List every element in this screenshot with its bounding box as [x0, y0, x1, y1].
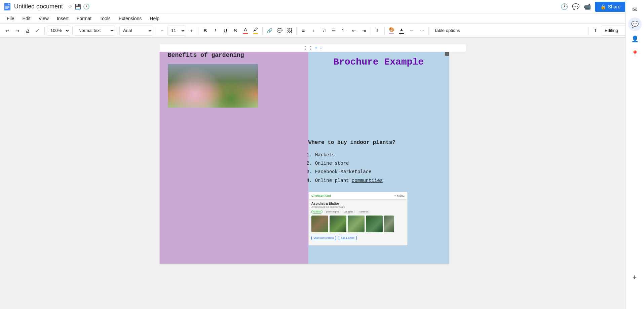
plant-tabs: All time Leaf shapes All types Numerics [311, 210, 405, 214]
underlined-word: communtiies [352, 178, 383, 183]
right-table-cell[interactable]: Brochure Example Where to buy indoor pla… [308, 52, 449, 264]
link-button[interactable]: 🔗 [265, 26, 274, 35]
svg-rect-1 [4, 3, 10, 10]
spellcheck-button[interactable]: ✓ [33, 26, 42, 35]
border-width-button[interactable]: ─ [407, 26, 416, 35]
list-item: Online store [315, 159, 449, 168]
numbered-list-button[interactable]: 1. [339, 26, 348, 35]
save-icon[interactable]: 💾 [74, 3, 81, 10]
sidebar-mail-icon[interactable]: ✉ [628, 3, 642, 16]
svg-rect-3 [5, 7, 9, 8]
align-handle[interactable]: ≡ [315, 46, 317, 50]
plant-name: Aspidistra Elatior [311, 202, 405, 205]
divider-6 [262, 27, 263, 35]
text-ruler-button[interactable]: T [591, 26, 600, 35]
add-col-handle[interactable]: + [320, 46, 322, 50]
document-page: Benefits of gardening Brochure Example [160, 52, 449, 264]
comment-button[interactable]: 💬 [275, 26, 284, 35]
font-select[interactable]: Arial Times New Roman Courier New [119, 26, 153, 36]
svg-rect-4 [5, 8, 8, 9]
left-table-cell[interactable]: Benefits of gardening [168, 52, 308, 264]
border-dash-button[interactable]: - - [417, 26, 426, 35]
zoom-select[interactable]: 100% 75% 150% [47, 26, 70, 36]
right-sidebar: ✉ 💬 👤 📍 + [625, 0, 644, 309]
sidebar-location-icon[interactable]: 📍 [628, 47, 642, 61]
brochure-table: Benefits of gardening Brochure Example [168, 52, 449, 264]
text-color-button[interactable]: A [241, 26, 250, 35]
garden-image-inner [168, 64, 258, 108]
highlight-color-button[interactable]: 🖍 [251, 26, 260, 35]
chat-icon[interactable]: 💬 [572, 3, 579, 10]
plant-subtitle: Ambrosiack ca cast for stars [311, 205, 405, 208]
title-bar-left: Untitled document ☆ 💾 🕐 [3, 3, 90, 11]
table-options-button[interactable]: Table options [431, 27, 463, 34]
menu-tools[interactable]: Tools [96, 14, 114, 23]
fill-color-button[interactable]: 🎨 [387, 26, 396, 35]
meet-icon[interactable]: 📹 [583, 3, 591, 10]
where-to-buy-title: Where to buy indoor plants? [308, 140, 449, 146]
menu-format[interactable]: Format [73, 14, 95, 23]
benefits-title: Benefits of gardening [168, 52, 308, 59]
svg-rect-2 [5, 6, 9, 7]
plant-tab-3: Numerics [357, 210, 370, 214]
share-button[interactable]: 🔒 ✉ Share [595, 2, 626, 12]
divider-4 [155, 27, 155, 35]
line-spacing-button[interactable]: ↕ [309, 26, 318, 35]
list-item: Online plant communtiies [315, 177, 449, 185]
underline-button[interactable]: U [221, 26, 230, 35]
redo-button[interactable]: ↪ [13, 26, 22, 35]
bold-button[interactable]: B [200, 26, 210, 35]
italic-button[interactable]: I [211, 26, 220, 35]
divider-10 [428, 27, 429, 35]
move-handle[interactable]: ⋮⋮ [303, 45, 313, 51]
divider-3 [117, 27, 117, 35]
plant-thumb-1 [311, 216, 328, 232]
lock-icon: 🔒 [600, 4, 606, 9]
style-select[interactable]: Normal text Heading 1 Heading 2 [75, 26, 115, 36]
divider-9 [384, 27, 385, 35]
fill-color-indicator [389, 33, 394, 34]
plant-menu-icon: ≡ Menu [394, 194, 404, 197]
document-area: ⋮⋮ ≡ + Benefits of gardening [0, 38, 625, 309]
sidebar-chat-icon[interactable]: 💬 [628, 17, 642, 31]
font-size-select[interactable]: 11 12 14 [167, 26, 186, 36]
border-color-button[interactable]: ▲ [397, 26, 406, 35]
highlight-indicator [253, 33, 258, 34]
menu-extensions[interactable]: Extensions [115, 14, 145, 23]
divider-7 [296, 27, 297, 35]
title-icons: ☆ 💾 🕐 [68, 3, 90, 10]
align-button[interactable]: ≡ [299, 26, 308, 35]
clock-icon[interactable]: 🕐 [561, 3, 568, 10]
menu-edit[interactable]: Edit [19, 14, 34, 23]
plant-tab-0: All time [311, 210, 323, 214]
star-icon[interactable]: ☆ [68, 3, 72, 10]
plant-care-btn[interactable]: Show care process [311, 236, 336, 240]
increase-indent-button[interactable]: ⇥ [359, 26, 369, 35]
image-button[interactable]: 🖼 [285, 26, 294, 35]
print-button[interactable]: 🖨 [23, 26, 32, 35]
menu-insert[interactable]: Insert [53, 14, 72, 23]
divider-editing [589, 27, 589, 35]
menu-help[interactable]: Help [146, 14, 163, 23]
increase-font-button[interactable]: + [187, 26, 196, 35]
plant-thumb-3 [348, 216, 365, 232]
undo-button[interactable]: ↩ [3, 26, 12, 35]
title-bar: Untitled document ☆ 💾 🕐 🕐 💬 📹 🔒 ✉ Share … [0, 0, 644, 13]
cell-handle [445, 52, 449, 56]
sidebar-add-button[interactable]: + [630, 273, 639, 282]
clear-format-button[interactable]: T̶ [373, 26, 382, 35]
sidebar-user-icon[interactable]: 👤 [628, 32, 642, 46]
doc-title[interactable]: Untitled document [14, 3, 63, 10]
menu-view[interactable]: View [35, 14, 52, 23]
toolbar: ↩ ↪ 🖨 ✓ 100% 75% 150% Normal text Headin… [0, 24, 644, 38]
checklist-button[interactable]: ☑ [319, 26, 328, 35]
plant-screenshot-footer: Show care process See & Share [309, 234, 407, 241]
plant-see-share-btn[interactable]: See & Share [339, 236, 357, 240]
decrease-indent-button[interactable]: ⇤ [349, 26, 358, 35]
decrease-font-button[interactable]: − [157, 26, 167, 35]
bullet-list-button[interactable]: ☰ [329, 26, 338, 35]
list-item: Facebook Marketplace [315, 168, 449, 176]
strikethrough-button[interactable]: S [231, 26, 240, 35]
history-icon[interactable]: 🕐 [83, 3, 90, 10]
menu-file[interactable]: File [3, 14, 18, 23]
